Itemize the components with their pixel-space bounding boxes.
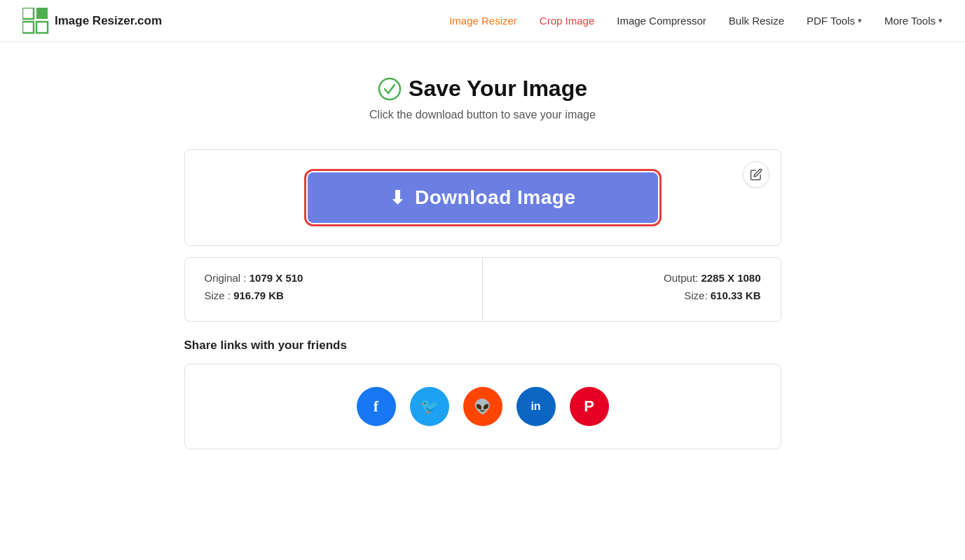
original-size-label: Size : <box>205 289 234 301</box>
title-text: Save Your Image <box>409 76 587 102</box>
nav-image-compressor[interactable]: Image Compressor <box>617 15 706 27</box>
svg-rect-2 <box>22 22 34 33</box>
facebook-icon: f <box>374 397 378 416</box>
original-size: 916.79 KB <box>233 289 284 301</box>
pdf-tools-arrow: ▾ <box>858 16 862 25</box>
nav-pdf-tools[interactable]: PDF Tools ▾ <box>807 15 862 27</box>
output-label: Output: <box>664 272 701 284</box>
svg-rect-1 <box>36 8 48 19</box>
nav-bulk-resize[interactable]: Bulk Resize <box>729 15 784 27</box>
share-title: Share links with your friends <box>184 339 781 353</box>
output-size-label: Size: <box>684 289 711 301</box>
logo-text: Image Resizer.com <box>55 14 162 28</box>
pencil-icon <box>750 168 762 181</box>
share-reddit[interactable]: 👽 <box>463 387 502 426</box>
nav-more-tools[interactable]: More Tools ▾ <box>884 15 943 27</box>
more-tools-arrow: ▾ <box>938 16 943 25</box>
output-dims-row: Output: 2285 X 1080 <box>502 272 761 284</box>
check-circle-icon <box>378 77 402 101</box>
share-linkedin[interactable]: in <box>516 387 556 426</box>
share-card: f 🐦 👽 in P <box>184 364 781 449</box>
share-pinterest[interactable]: P <box>570 387 609 426</box>
output-size: 610.33 KB <box>711 289 761 301</box>
svg-point-4 <box>379 78 400 100</box>
twitter-icon: 🐦 <box>420 397 439 416</box>
output-info: Output: 2285 X 1080 Size: 610.33 KB <box>482 258 781 321</box>
page-subtitle: Click the download button to save your i… <box>184 109 781 121</box>
nav-crop-image[interactable]: Crop Image <box>540 15 594 27</box>
edit-button[interactable] <box>743 161 769 188</box>
download-button-wrap: ⬇ Download Image <box>202 172 764 223</box>
logo[interactable]: Image Resizer.com <box>22 8 162 34</box>
original-dims-row: Original : 1079 X 510 <box>205 272 463 284</box>
page-title: Save Your Image <box>184 76 781 102</box>
download-button-label: Download Image <box>415 186 575 209</box>
download-icon: ⬇ <box>390 187 406 209</box>
reddit-icon: 👽 <box>474 398 491 415</box>
original-dims: 1079 X 510 <box>249 272 303 284</box>
image-info-card: Original : 1079 X 510 Size : 916.79 KB O… <box>184 257 781 322</box>
download-button[interactable]: ⬇ Download Image <box>308 172 658 223</box>
pinterest-icon: P <box>584 397 594 416</box>
share-facebook[interactable]: f <box>357 387 396 426</box>
original-info: Original : 1079 X 510 Size : 916.79 KB <box>185 258 483 321</box>
download-card: ⬇ Download Image <box>184 149 781 246</box>
share-twitter[interactable]: 🐦 <box>410 387 449 426</box>
logo-icon <box>22 8 49 34</box>
svg-rect-3 <box>36 22 48 33</box>
page-header: Save Your Image Click the download butto… <box>184 76 781 121</box>
original-size-row: Size : 916.79 KB <box>205 289 463 301</box>
svg-rect-0 <box>22 8 34 19</box>
original-label: Original : <box>205 272 249 284</box>
output-size-row: Size: 610.33 KB <box>502 289 761 301</box>
nav-links: Image Resizer Crop Image Image Compresso… <box>449 15 943 27</box>
output-dims: 2285 X 1080 <box>701 272 760 284</box>
main-content: Save Your Image Click the download butto… <box>167 42 798 477</box>
navbar: Image Resizer.com Image Resizer Crop Ima… <box>0 0 965 42</box>
nav-image-resizer[interactable]: Image Resizer <box>449 15 517 27</box>
linkedin-icon: in <box>531 400 540 413</box>
